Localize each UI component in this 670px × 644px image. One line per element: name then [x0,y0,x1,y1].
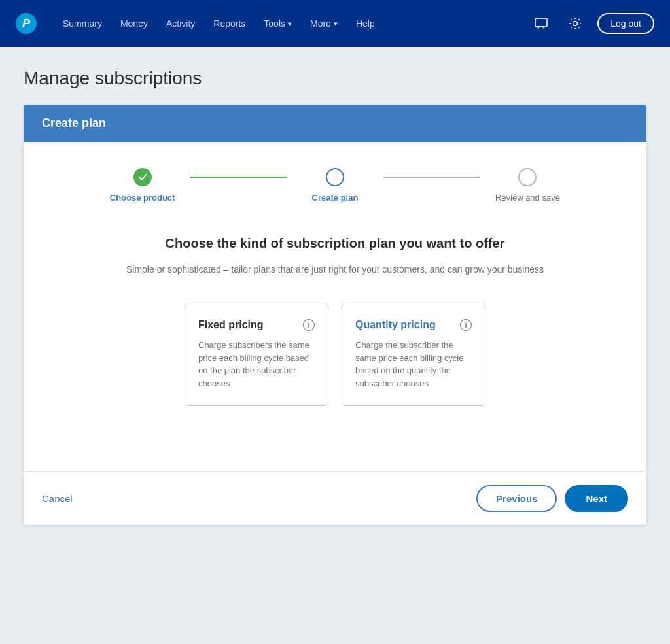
card-header-title: Create plan [42,116,106,129]
step-2-circle [326,168,344,186]
nav-actions: Log out [529,12,654,35]
checkmark-icon [138,173,147,182]
nav-money[interactable]: Money [113,13,156,34]
next-button[interactable]: Next [565,485,628,512]
nav-help[interactable]: Help [348,13,383,34]
main-card: Create plan Choose product [24,105,646,525]
nav-reports[interactable]: Reports [205,13,253,34]
step-review-save: Review and save [480,168,576,203]
footer-buttons: Previous Next [476,485,628,512]
stepper: Choose product Create plan Review and sa… [42,168,628,203]
fixed-pricing-info-icon[interactable]: i [303,319,315,331]
quantity-pricing-info-icon[interactable]: i [460,319,472,331]
step-choose-product: Choose product [94,168,190,203]
step-1-circle [133,168,152,186]
svg-rect-0 [535,18,547,27]
paypal-icon: P [16,13,37,34]
message-icon-button[interactable] [529,12,553,35]
step-2-label: Create plan [312,193,359,203]
cancel-button[interactable]: Cancel [42,493,73,504]
card-footer: Cancel Previous Next [24,471,646,525]
card-header: Create plan [24,105,646,142]
page-container: Manage subscriptions Create plan Choose … [8,47,662,546]
page-title: Manage subscriptions [24,68,646,89]
settings-icon-button[interactable] [563,12,587,35]
gear-icon [568,16,582,31]
step-3-label: Review and save [495,193,560,203]
fixed-pricing-title: Fixed pricing i [198,319,315,331]
fixed-pricing-desc: Charge subscribers the same price each b… [198,339,315,390]
nav-links: Summary Money Activity Reports Tools Mor… [55,13,529,34]
step-create-plan: Create plan [287,168,383,203]
connector-1-2 [190,177,287,178]
plan-heading: Choose the kind of subscription plan you… [42,234,628,252]
quantity-pricing-card[interactable]: Quantity pricing i Charge the subscriber… [342,303,485,406]
quantity-pricing-title: Quantity pricing i [355,319,472,331]
navbar-logo: P [16,13,37,34]
navbar: P Summary Money Activity Reports Tools M… [0,0,670,47]
previous-button[interactable]: Previous [476,485,557,512]
logout-button[interactable]: Log out [597,13,654,34]
nav-activity[interactable]: Activity [158,13,203,34]
step-1-label: Choose product [110,193,175,203]
pricing-options: Fixed pricing i Charge subscribers the s… [42,303,628,406]
plan-subheading: Simple or sophisticated – tailor plans t… [42,263,628,277]
connector-2-3 [383,177,480,178]
nav-tools[interactable]: Tools [256,13,300,34]
card-body: Choose product Create plan Review and sa… [24,142,646,471]
nav-more[interactable]: More [302,13,345,34]
step-3-circle [518,168,537,186]
svg-point-1 [573,22,578,26]
quantity-pricing-desc: Charge the subscriber the same price eac… [355,339,472,390]
nav-summary[interactable]: Summary [55,13,110,34]
message-icon [534,16,548,31]
fixed-pricing-card[interactable]: Fixed pricing i Charge subscribers the s… [185,303,328,406]
